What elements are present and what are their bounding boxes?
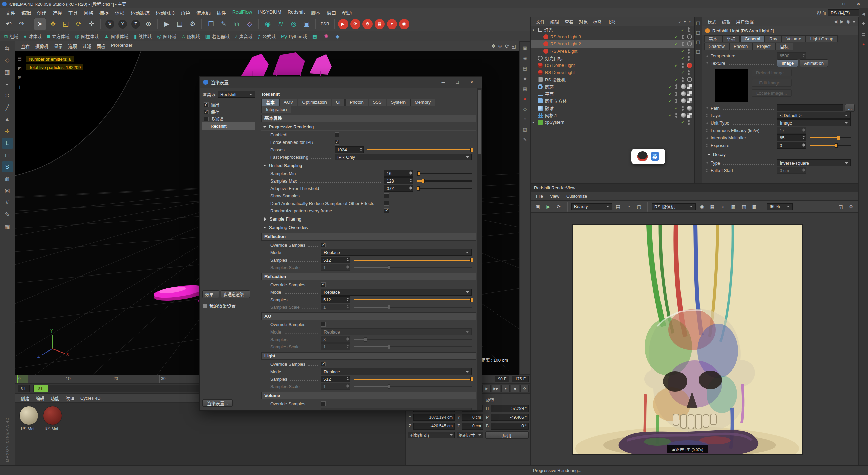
group-field-icon[interactable]: ⧉组域 — [4, 33, 18, 39]
menu-item[interactable]: 体积 — [112, 8, 127, 17]
object-tag-icon[interactable] — [687, 84, 692, 89]
material-menu-item[interactable]: 功能 — [48, 394, 62, 402]
spline-pen-button[interactable]: ✎ — [218, 18, 230, 30]
scrollbar-thumb[interactable] — [478, 90, 481, 154]
renderview-canvas[interactable]: 渲染进行中 (0.07s) — [531, 213, 858, 465]
position-y-field[interactable]: 1072.194 cm — [413, 414, 455, 421]
object-name[interactable]: 网格.1 — [545, 112, 668, 118]
sphere-preview-icon[interactable]: ○ — [718, 202, 727, 211]
light-samples-slider[interactable] — [354, 377, 472, 382]
material-menu-item[interactable]: Cycles 4D — [78, 395, 103, 401]
effects-button[interactable]: 效果... — [202, 290, 219, 298]
workplane-mode-icon[interactable]: ◒ — [2, 78, 13, 89]
zoom-view-icon[interactable]: ⊕ — [498, 43, 502, 49]
scene-icon[interactable]: ◇ — [521, 106, 528, 112]
menu-item[interactable]: 角色 — [178, 8, 193, 17]
material-menu-item[interactable]: 编辑 — [33, 394, 47, 402]
visibility-dots[interactable] — [680, 63, 685, 68]
close-button[interactable]: ✕ — [851, 2, 866, 6]
history-back-icon[interactable]: ◀ — [834, 19, 837, 24]
objects-icon[interactable]: ○ — [521, 116, 528, 122]
dialog-maximize-button[interactable]: □ — [451, 78, 464, 87]
object-row[interactable]: 圆环 — [531, 83, 694, 90]
object-tag-icon[interactable] — [687, 63, 692, 68]
reflection-samples-slider[interactable] — [354, 258, 472, 263]
content-browser-icon[interactable]: ▣ — [521, 44, 528, 51]
home-icon[interactable]: ⌂ — [689, 19, 691, 24]
scrub-handle[interactable]: 0 F — [34, 385, 47, 392]
apply-button[interactable]: 应用 — [485, 431, 529, 439]
visibility-dots[interactable] — [686, 49, 691, 54]
menu-item[interactable]: 编辑 — [18, 8, 34, 17]
separator[interactable] — [315, 19, 316, 29]
menu-item[interactable]: 工具 — [65, 8, 81, 17]
layout-panel-icon[interactable]: ▤ — [860, 31, 867, 37]
object-row[interactable]: RS 摄像机 — [531, 76, 694, 83]
dialog-titlebar[interactable]: 渲染设置 ─ □ ✕ — [200, 77, 482, 88]
unit-type-select[interactable]: Image — [777, 119, 851, 126]
adaptive-error-threshold-slider[interactable] — [417, 186, 472, 191]
redshift-camera-icon[interactable]: ◉ — [399, 19, 409, 29]
coordinate-system-icon[interactable]: ⊕ — [142, 18, 155, 30]
progressive-rendering-header[interactable]: Progressive Rendering — [261, 123, 476, 131]
enable-check-icon[interactable] — [674, 63, 679, 68]
menu-item[interactable]: 流水线 — [193, 8, 214, 17]
dock-tab-4-icon[interactable]: ◳ — [695, 48, 702, 55]
object-name[interactable]: 灯光目标 — [545, 55, 680, 61]
checker-background-icon[interactable]: ▨ — [729, 202, 738, 211]
enable-check-icon[interactable] — [674, 106, 679, 111]
menu-item[interactable]: Redshift — [284, 8, 308, 17]
attribute-tab[interactable]: General — [740, 35, 765, 42]
project-end-field[interactable]: 175 F — [512, 376, 529, 382]
current-frame-marker[interactable] — [17, 375, 28, 383]
reflection-samples-scale-field[interactable]: 1 — [321, 264, 350, 271]
ime-toolbar[interactable]: 英 — [631, 149, 665, 164]
light-override-checkbox[interactable] — [321, 362, 326, 366]
object-menu-item[interactable]: 标签 — [590, 18, 605, 25]
attribute-tab[interactable]: Ray — [765, 35, 782, 42]
light-samples-scale-slider[interactable] — [354, 384, 472, 389]
object-tag-icon[interactable] — [687, 41, 692, 46]
enable-check-icon[interactable] — [680, 120, 685, 125]
render-preset-item[interactable]: 我的渲染设置 — [203, 303, 254, 309]
object-name[interactable]: RS Dome Light — [545, 63, 674, 68]
reload-image-button[interactable]: Reload Image... — [752, 69, 792, 76]
random-field-icon[interactable]: ∴随机域 — [182, 33, 200, 39]
expand-arrow-icon[interactable]: ▾ — [533, 28, 537, 32]
grid-snap-icon[interactable]: # — [2, 197, 13, 208]
model-mode-icon[interactable]: ◇ — [2, 55, 13, 65]
play-button[interactable]: ▶ — [482, 385, 491, 392]
enable-check-icon[interactable] — [680, 49, 685, 54]
realflow-mesh-icon[interactable]: ◎ — [288, 18, 300, 30]
decay-group-header[interactable]: Decay — [706, 151, 855, 158]
move-icon[interactable]: ✥ — [47, 18, 59, 30]
temperature-field[interactable]: 6500 — [777, 52, 806, 59]
samples-max-field[interactable]: 128 — [384, 177, 413, 184]
grid-toggle-icon[interactable]: ⊞ — [16, 74, 23, 81]
anim-ring-icon[interactable] — [706, 129, 708, 132]
menu-item[interactable]: 运动跟踪 — [127, 8, 153, 17]
category-checkbox[interactable] — [204, 102, 209, 107]
convert-object-icon[interactable]: ⇆ — [2, 43, 13, 54]
panel-menu-icon[interactable]: ≡ — [853, 19, 855, 24]
light-samples-field[interactable]: 512 — [321, 376, 350, 382]
renderview-menu-item[interactable]: View — [547, 193, 563, 200]
category-checkbox[interactable] — [204, 110, 209, 114]
renderview-menu-item[interactable]: Customize — [563, 193, 590, 200]
attribute-tab[interactable]: Shadow — [704, 43, 729, 50]
attribute-tab[interactable]: Photon — [729, 43, 752, 50]
redshift-settings-icon[interactable]: ⚙ — [362, 19, 373, 29]
samples-max-slider[interactable] — [417, 178, 472, 184]
picture-viewer-icon[interactable]: ◉ — [521, 55, 528, 61]
edges-mode-icon[interactable]: ╱ — [2, 102, 13, 113]
falloff-start-field[interactable]: 0 cm — [777, 167, 806, 174]
object-row[interactable]: 网格.1 — [531, 112, 694, 119]
anim-ring-icon[interactable] — [706, 137, 708, 139]
reflection-mode-select[interactable]: Replace — [321, 249, 472, 256]
settings-category[interactable]: Redshift — [202, 122, 255, 130]
adaptive-error-threshold-field[interactable]: 0.01 — [384, 185, 413, 192]
viewport-menu-item[interactable]: 查看 — [18, 42, 33, 50]
renderview-title[interactable]: Redshift RenderView — [531, 184, 858, 192]
sphere-field-icon[interactable]: ●球体域 — [24, 33, 42, 39]
subdivision-surface-button[interactable]: ⧉ — [231, 18, 243, 30]
